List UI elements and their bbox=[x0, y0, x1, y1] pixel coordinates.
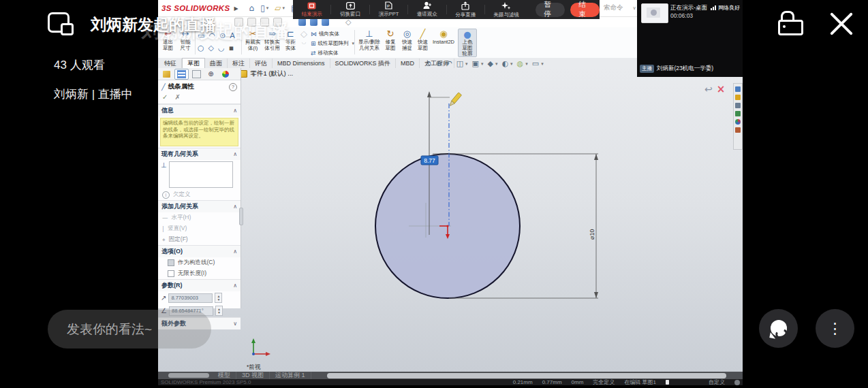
edit-appearance-icon[interactable]: ◍ bbox=[517, 59, 524, 68]
length-value-tag: 8.77 bbox=[421, 156, 438, 165]
display-style-icon[interactable]: ◆ bbox=[488, 59, 493, 68]
shaded-contours-button[interactable]: ● 上色 草图 轮廓 bbox=[458, 29, 477, 57]
view-orientation-icon[interactable]: ▣ bbox=[472, 59, 479, 68]
hide-show-items-icon[interactable]: ◐ bbox=[501, 59, 508, 68]
view-cube-icon[interactable] bbox=[322, 18, 329, 26]
end-button[interactable]: 结束 bbox=[570, 3, 600, 17]
pause-button[interactable]: 暂停 bbox=[536, 3, 565, 17]
menu-expand-icon[interactable]: ▶ bbox=[234, 5, 238, 12]
quick-snap-icon: ◎ bbox=[403, 29, 411, 39]
tab-mbd-dimensions[interactable]: MBD Dimensions bbox=[273, 59, 330, 68]
relations-icon: ⊥ bbox=[365, 29, 373, 39]
customize-button[interactable]: 自定义 bbox=[709, 378, 725, 386]
close-icon[interactable] bbox=[830, 9, 853, 32]
coord-z: 0mm bbox=[572, 379, 584, 385]
beauty-icon bbox=[501, 1, 511, 10]
tab-mbd[interactable]: MBD bbox=[396, 59, 420, 68]
host-name: 刘炳新(23机电一学委) bbox=[657, 65, 713, 73]
view-settings-icon[interactable]: ▭ bbox=[532, 59, 539, 68]
point-tool-icon[interactable]: ▪ bbox=[229, 44, 234, 52]
dim-arrow-top bbox=[594, 154, 598, 160]
switch-window-button[interactable]: 切换窗口 bbox=[331, 0, 369, 19]
doc-tab-model[interactable]: 模型 bbox=[213, 372, 236, 379]
doc-tab-3dviews[interactable]: 3D 视图 bbox=[236, 372, 270, 379]
search-caret-icon[interactable]: ∨ bbox=[633, 5, 636, 11]
scrollbar-left-thumb[interactable] bbox=[168, 373, 209, 378]
pip-panel[interactable]: 正在演示-桌面 00:06:03 网络良好 主播 刘炳新(23机电一学委) bbox=[637, 0, 743, 77]
view-cube-icon[interactable] bbox=[298, 18, 306, 26]
move-entities-button[interactable]: ⇄ 移动实体 bbox=[311, 50, 339, 56]
share-icon bbox=[461, 1, 469, 10]
graphics-area[interactable]: ▶ 零件1 (默认) ... ↩ × ⊕ bbox=[158, 68, 743, 372]
shaded-contours-icon: ● bbox=[463, 29, 471, 39]
linear-pattern-button[interactable]: ⊞ 线性草图阵列 ▾ bbox=[311, 40, 354, 47]
tab-features[interactable]: 特征 bbox=[159, 59, 182, 68]
switch-window-icon bbox=[346, 2, 355, 10]
pip-thumbnail bbox=[641, 3, 668, 23]
tab-annotate[interactable]: 标注 bbox=[228, 59, 250, 68]
signal-bars-icon bbox=[711, 5, 716, 10]
share-stream-button[interactable]: 分享直播 bbox=[446, 0, 484, 19]
streamer-status: 刘炳新 | 直播中 bbox=[54, 86, 133, 102]
tab-sketch[interactable]: 草图 bbox=[182, 58, 205, 68]
tab-surfaces[interactable]: 曲面 bbox=[205, 59, 228, 68]
more-button[interactable]: ⋮ bbox=[816, 309, 854, 348]
chat-button[interactable] bbox=[759, 309, 798, 348]
beauty-filter-button[interactable]: 美颜与滤镜 bbox=[485, 0, 528, 19]
quick-tips-icon[interactable] bbox=[734, 380, 740, 385]
polygon-tool-icon[interactable]: ◇ bbox=[208, 44, 214, 52]
dim-arrow-bottom bbox=[594, 292, 598, 298]
svg-text:P: P bbox=[387, 4, 390, 8]
editing-label: 在编辑 草图1 bbox=[624, 378, 656, 386]
live-stream-screen: { "overlay": { "title": "刘炳新发起的直播", "vie… bbox=[0, 0, 868, 388]
horizontal-scrollbar-thumb[interactable] bbox=[327, 373, 726, 378]
present-ppt-button[interactable]: P 演示PPT bbox=[370, 0, 407, 19]
viewer-count: 43 人观看 bbox=[54, 57, 105, 73]
more-dots-icon: ⋮ bbox=[828, 321, 843, 336]
open-icon[interactable]: ▱ bbox=[275, 3, 281, 13]
tab-evaluate[interactable]: 评估 bbox=[250, 59, 273, 68]
chat-bubble-icon bbox=[769, 319, 788, 338]
reference-triad bbox=[251, 338, 270, 356]
new-document-icon[interactable]: ▯ bbox=[260, 3, 265, 13]
mirror-entities-button[interactable]: ⋈ 镜向实体 bbox=[311, 31, 339, 37]
view-orientation-label: *前视 bbox=[247, 363, 261, 370]
invite-viewers-button[interactable]: 邀请观众 bbox=[408, 0, 446, 19]
mini-window-inner bbox=[61, 23, 74, 35]
svg-text:8.77: 8.77 bbox=[424, 157, 435, 164]
invite-icon bbox=[422, 1, 432, 10]
section-view-icon[interactable]: ◫ bbox=[456, 59, 463, 68]
zoom-area-icon[interactable]: ⊕ bbox=[435, 59, 441, 68]
zoom-fit-icon[interactable]: ⊙ bbox=[425, 59, 431, 68]
tab-sw-addins[interactable]: SOLIDWORKS 插件 bbox=[330, 59, 397, 68]
mini-window-icon[interactable] bbox=[48, 12, 74, 35]
disabled-tool-button[interactable]: ◇ ◡ bbox=[300, 29, 308, 46]
open-caret-icon[interactable]: ▾ bbox=[283, 5, 285, 11]
new-caret-icon[interactable]: ▾ bbox=[266, 5, 269, 11]
line-arrow bbox=[427, 91, 431, 97]
presenter-toolbar: 结束演示 切换窗口 P 演示PPT 邀请观众 分享直播 美颜与滤镜 暂停 结束 bbox=[293, 0, 600, 19]
status-bar: SOLIDWORKS Premium 2023 SP5.0 0.21mm 0.7… bbox=[158, 379, 743, 385]
sketch-entities-row2: ○ ◇ ◡ ▪ bbox=[198, 44, 234, 52]
rapid-sketch-button[interactable]: ╱ 快速 草图 bbox=[416, 29, 430, 51]
comment-input[interactable]: 发表你的看法~ bbox=[48, 310, 211, 349]
fillet-tool-icon[interactable]: ◡ bbox=[218, 44, 225, 52]
pip-status: 正在演示-桌面 bbox=[670, 4, 707, 12]
instant2d-icon: ◉ bbox=[439, 29, 447, 39]
doc-tab-motion-study[interactable]: 运动算例 1 bbox=[270, 372, 311, 379]
view-cube-icon[interactable] bbox=[310, 18, 317, 26]
end-demo-button[interactable]: 结束演示 bbox=[293, 0, 330, 19]
display-relations-button[interactable]: ⊥ 显示/删除 几何关系 bbox=[358, 29, 381, 51]
repair-sketch-button[interactable]: ↻ 修复 草图 bbox=[383, 29, 398, 51]
home-icon[interactable]: ⌂ bbox=[249, 3, 255, 13]
quick-snap-button[interactable]: ◎ 快速 捕捉 bbox=[400, 29, 414, 51]
instant2d-button[interactable]: ◉ Instant2D bbox=[431, 29, 456, 46]
command-search[interactable]: 索命令 ∨ bbox=[598, 1, 643, 14]
disabled-tool-icon: ◇ bbox=[300, 29, 307, 39]
rotation-lock-icon[interactable] bbox=[777, 10, 804, 37]
sketch-canvas[interactable]: 8.77 ⌀10 bbox=[158, 68, 743, 372]
ellipse-tool-icon[interactable]: ○ bbox=[198, 44, 204, 52]
previous-view-icon[interactable]: ↶ bbox=[446, 59, 452, 68]
dimension-text[interactable]: ⌀10 bbox=[589, 229, 595, 240]
mirror-icon: ⋈ bbox=[311, 31, 317, 37]
